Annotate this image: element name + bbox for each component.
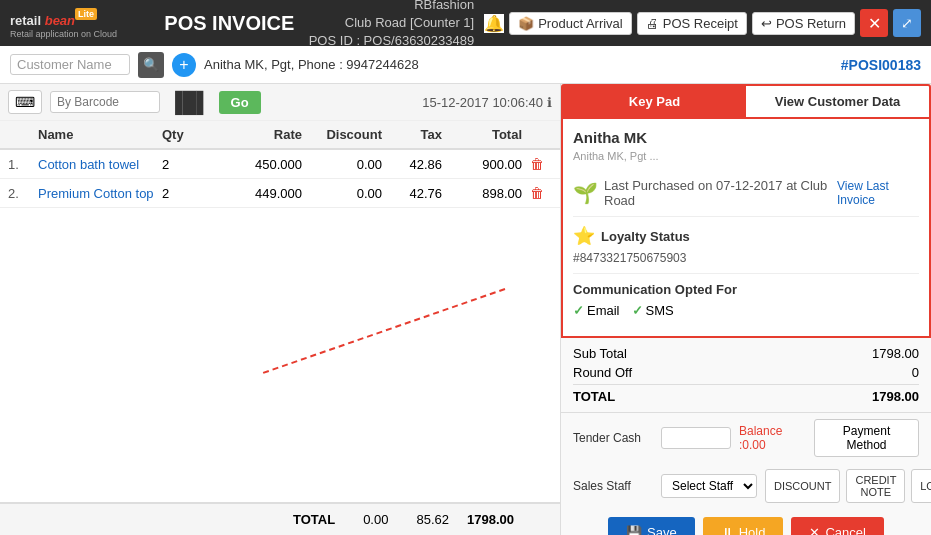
credit-note-button[interactable]: CREDIT NOTE <box>846 469 905 503</box>
table-header: Name Qty Rate Discount Tax Total <box>0 121 560 150</box>
header: retail beanLite Retail application on Cl… <box>0 0 931 46</box>
save-icon: 💾 <box>626 525 642 535</box>
total-row: TOTAL 1798.00 <box>573 384 919 404</box>
tab-bar: Key Pad View Customer Data <box>561 84 931 119</box>
barcode-input[interactable] <box>50 91 160 113</box>
main-content: ⌨ ▐█▌ Go 15-12-2017 10:06:40 ℹ Name Qty … <box>0 84 931 535</box>
go-button[interactable]: Go <box>219 91 261 114</box>
expand-button[interactable]: ⤢ <box>893 9 921 37</box>
last-purchase-row: 🌱 Last Purchased on 07-12-2017 at Club R… <box>573 170 919 217</box>
row2-num: 2. <box>8 186 38 201</box>
tender-label: Tender Cash <box>573 431 653 445</box>
customer-search-box[interactable]: Customer Name <box>10 54 130 75</box>
pos-receipt-button[interactable]: 🖨 POS Receipt <box>637 12 747 35</box>
items-table: 1. Cotton bath towel 2 450.000 0.00 42.8… <box>0 150 560 502</box>
subtotal-row: Sub Total 1798.00 <box>573 346 919 361</box>
footer-label: TOTAL <box>293 512 335 527</box>
payment-row: Tender Cash Balance :0.00 Payment Method <box>561 412 931 463</box>
loyalty-id: #8473321750675903 <box>573 251 919 265</box>
hold-label: Hold <box>739 525 766 535</box>
customer-info-text: Anitha MK, Pgt, Phone : 9947244628 <box>204 57 833 72</box>
tab-view-customer[interactable]: View Customer Data <box>746 86 929 117</box>
close-button[interactable]: ✕ <box>860 9 888 37</box>
roundoff-row: Round Off 0 <box>573 365 919 380</box>
communication-section: Communication Opted For ✓ Email ✓ SMS <box>573 274 919 326</box>
last-purchase-text: Last Purchased on 07-12-2017 at Club Roa… <box>604 178 831 208</box>
col-name: Name <box>38 127 162 142</box>
email-check-icon: ✓ <box>573 303 584 318</box>
roundoff-value: 0 <box>912 365 919 380</box>
row2-rate: 449.000 <box>222 186 302 201</box>
hold-icon: ⏸ <box>721 525 734 535</box>
loyalty-button[interactable]: LOYALTY <box>911 469 931 503</box>
row1-delete-button[interactable]: 🗑 <box>522 156 552 172</box>
save-button[interactable]: 💾 Save <box>608 517 695 535</box>
tender-cash-input[interactable] <box>661 427 731 449</box>
bottom-actions: 💾 Save ⏸ Hold ✕ Cancel <box>561 509 931 535</box>
comm-email: ✓ Email <box>573 303 620 318</box>
sms-check-icon: ✓ <box>632 303 643 318</box>
store-counter: Club Road [Counter 1] <box>309 14 475 32</box>
purchase-icon: 🌱 <box>573 181 598 205</box>
pos-return-label: POS Return <box>776 16 846 31</box>
row1-qty: 2 <box>162 157 222 172</box>
row1-discount: 0.00 <box>302 157 382 172</box>
footer-tax: 85.62 <box>416 512 449 527</box>
comm-title: Communication Opted For <box>573 282 919 297</box>
balance-text: Balance :0.00 <box>739 424 806 452</box>
footer-discount: 0.00 <box>363 512 388 527</box>
roundoff-label: Round Off <box>573 365 632 380</box>
customer-name-placeholder: Customer Name <box>17 57 112 72</box>
barcode-icon: ▐█▌ <box>168 91 211 114</box>
row2-discount: 0.00 <box>302 186 382 201</box>
hold-button[interactable]: ⏸ Hold <box>703 517 784 535</box>
col-tax: Tax <box>382 127 442 142</box>
cancel-label: Cancel <box>825 525 865 535</box>
row1-num: 1. <box>8 157 38 172</box>
row2-tax: 42.76 <box>382 186 442 201</box>
logo-bean-text: bean <box>45 13 75 28</box>
keyboard-button[interactable]: ⌨ <box>8 90 42 114</box>
col-discount: Discount <box>302 127 382 142</box>
comm-items: ✓ Email ✓ SMS <box>573 303 919 318</box>
add-customer-button[interactable]: + <box>172 53 196 77</box>
product-arrival-button[interactable]: 📦 Product Arrival <box>509 12 632 35</box>
star-icon: ⭐ <box>573 225 595 247</box>
col-qty: Qty <box>162 127 222 142</box>
row1-rate: 450.000 <box>222 157 302 172</box>
tab-keypad[interactable]: Key Pad <box>563 86 746 117</box>
left-panel: ⌨ ▐█▌ Go 15-12-2017 10:06:40 ℹ Name Qty … <box>0 84 561 535</box>
total-value: 1798.00 <box>872 389 919 404</box>
email-label: Email <box>587 303 620 318</box>
sales-staff-label: Sales Staff <box>573 479 653 493</box>
row2-delete-button[interactable]: 🗑 <box>522 185 552 201</box>
datetime-display: 15-12-2017 10:06:40 ℹ <box>422 95 552 110</box>
col-action <box>522 127 552 142</box>
right-panel: Key Pad View Customer Data Anitha MK Ani… <box>561 84 931 535</box>
notifications-icon[interactable]: 🔔 <box>484 14 504 33</box>
barcode-row: ⌨ ▐█▌ Go 15-12-2017 10:06:40 ℹ <box>0 84 560 121</box>
row2-name[interactable]: Premium Cotton top <box>38 186 162 201</box>
logo-subtitle: Retail application on Cloud <box>10 30 150 40</box>
col-total: Total <box>442 127 522 142</box>
table-row: 2. Premium Cotton top 2 449.000 0.00 42.… <box>0 179 560 208</box>
loyalty-title: ⭐ Loyalty Status <box>573 225 919 247</box>
logo: retail beanLite <box>10 6 150 30</box>
customer-search-button[interactable]: 🔍 <box>138 52 164 78</box>
pos-receipt-label: POS Receipt <box>663 16 738 31</box>
table-footer: TOTAL 0.00 85.62 1798.00 <box>0 502 560 535</box>
payment-method-button[interactable]: Payment Method <box>814 419 919 457</box>
row2-total: 898.00 <box>442 186 522 201</box>
table-row: 1. Cotton bath towel 2 450.000 0.00 42.8… <box>0 150 560 179</box>
discount-button[interactable]: DISCOUNT <box>765 469 840 503</box>
staff-select[interactable]: Select Staff <box>661 474 757 498</box>
summary-section: Sub Total 1798.00 Round Off 0 TOTAL 1798… <box>561 338 931 412</box>
loyalty-section: ⭐ Loyalty Status #8473321750675903 <box>573 217 919 274</box>
footer-total: 1798.00 <box>467 512 514 527</box>
page-title: POS INVOICE <box>160 12 299 35</box>
view-last-invoice-link[interactable]: View Last Invoice <box>837 179 919 207</box>
customer-subinfo: Anitha MK, Pgt ... <box>573 150 919 162</box>
row1-name[interactable]: Cotton bath towel <box>38 157 162 172</box>
cancel-button[interactable]: ✕ Cancel <box>791 517 883 535</box>
pos-return-button[interactable]: ↩ POS Return <box>752 12 855 35</box>
